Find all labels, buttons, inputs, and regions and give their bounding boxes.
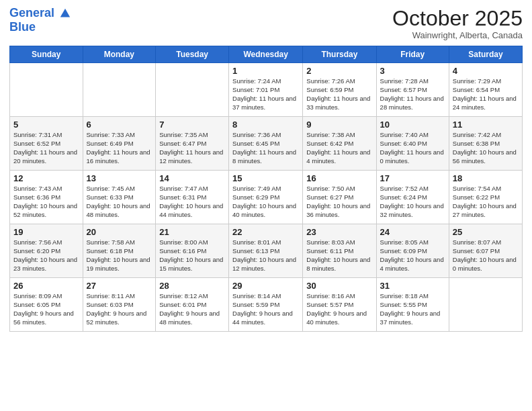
day-cell: 31Sunrise: 8:18 AM Sunset: 5:55 PM Dayli… [376,278,449,332]
day-info: Sunrise: 7:56 AM Sunset: 6:20 PM Dayligh… [13,238,79,273]
day-number: 1 [232,66,299,76]
day-cell: 2Sunrise: 7:26 AM Sunset: 6:59 PM Daylig… [303,63,376,117]
day-cell: 30Sunrise: 8:16 AM Sunset: 5:57 PM Dayli… [303,278,376,332]
month-title: October 2025 [392,7,523,30]
day-info: Sunrise: 7:38 AM Sunset: 6:42 PM Dayligh… [306,131,372,165]
day-info: Sunrise: 7:47 AM Sunset: 6:31 PM Dayligh… [159,185,225,219]
day-cell: 28Sunrise: 8:12 AM Sunset: 6:01 PM Dayli… [156,278,229,332]
day-number: 27 [87,281,152,291]
day-cell: 1Sunrise: 7:24 AM Sunset: 7:01 PM Daylig… [229,63,303,117]
weekday-header-wednesday: Wednesday [229,46,303,63]
day-info: Sunrise: 8:00 AM Sunset: 6:16 PM Dayligh… [159,238,225,273]
day-cell: 18Sunrise: 7:54 AM Sunset: 6:22 PM Dayli… [449,171,522,224]
weekday-header-row: SundayMondayTuesdayWednesdayThursdayFrid… [10,46,523,63]
day-cell: 23Sunrise: 8:03 AM Sunset: 6:11 PM Dayli… [303,224,376,278]
weekday-header-monday: Monday [83,46,156,63]
day-number: 31 [380,281,445,291]
week-row-1: 1Sunrise: 7:24 AM Sunset: 7:01 PM Daylig… [10,63,523,117]
day-cell: 10Sunrise: 7:40 AM Sunset: 6:40 PM Dayli… [376,117,449,171]
day-info: Sunrise: 7:45 AM Sunset: 6:33 PM Dayligh… [87,185,152,219]
day-number: 6 [87,120,152,130]
main-container: General Blue October 2025 Wainwright, Al… [0,0,532,336]
day-cell: 5Sunrise: 7:31 AM Sunset: 6:52 PM Daylig… [10,117,83,171]
logo-general: General [9,6,54,19]
day-number: 26 [13,281,79,291]
weekday-header-thursday: Thursday [303,46,376,63]
day-cell: 21Sunrise: 8:00 AM Sunset: 6:16 PM Dayli… [156,224,229,278]
day-cell: 4Sunrise: 7:29 AM Sunset: 6:54 PM Daylig… [449,63,522,117]
day-number: 16 [306,173,372,183]
day-number: 15 [232,173,299,183]
day-cell: 29Sunrise: 8:14 AM Sunset: 5:59 PM Dayli… [229,278,303,332]
day-cell [449,278,522,332]
day-info: Sunrise: 7:42 AM Sunset: 6:38 PM Dayligh… [453,131,519,165]
location: Wainwright, Alberta, Canada [392,30,523,40]
day-cell: 13Sunrise: 7:45 AM Sunset: 6:33 PM Dayli… [83,171,156,224]
day-number: 7 [159,120,225,130]
day-info: Sunrise: 8:01 AM Sunset: 6:13 PM Dayligh… [232,238,299,273]
logo: General Blue [9,7,71,34]
week-row-5: 26Sunrise: 8:09 AM Sunset: 6:05 PM Dayli… [10,278,523,332]
day-info: Sunrise: 7:35 AM Sunset: 6:47 PM Dayligh… [159,131,225,165]
day-info: Sunrise: 7:33 AM Sunset: 6:49 PM Dayligh… [87,131,152,165]
day-cell: 25Sunrise: 8:07 AM Sunset: 6:07 PM Dayli… [449,224,522,278]
header: General Blue October 2025 Wainwright, Al… [9,7,523,40]
day-number: 21 [159,227,225,237]
day-info: Sunrise: 7:24 AM Sunset: 7:01 PM Dayligh… [232,77,299,111]
day-number: 3 [380,66,445,76]
title-block: October 2025 Wainwright, Alberta, Canada [392,7,523,40]
day-info: Sunrise: 7:52 AM Sunset: 6:24 PM Dayligh… [380,185,445,219]
svg-marker-0 [60,9,70,17]
day-info: Sunrise: 8:14 AM Sunset: 5:59 PM Dayligh… [232,292,299,326]
day-cell: 27Sunrise: 8:11 AM Sunset: 6:03 PM Dayli… [83,278,156,332]
day-info: Sunrise: 8:16 AM Sunset: 5:57 PM Dayligh… [306,292,372,326]
day-cell: 12Sunrise: 7:43 AM Sunset: 6:36 PM Dayli… [10,171,83,224]
day-info: Sunrise: 7:58 AM Sunset: 6:18 PM Dayligh… [87,238,152,273]
weekday-header-sunday: Sunday [10,46,83,63]
day-info: Sunrise: 7:40 AM Sunset: 6:40 PM Dayligh… [380,131,445,165]
day-cell: 17Sunrise: 7:52 AM Sunset: 6:24 PM Dayli… [376,171,449,224]
weekday-header-tuesday: Tuesday [156,46,229,63]
day-info: Sunrise: 8:05 AM Sunset: 6:09 PM Dayligh… [380,238,445,273]
day-info: Sunrise: 7:49 AM Sunset: 6:29 PM Dayligh… [232,185,299,219]
day-cell: 8Sunrise: 7:36 AM Sunset: 6:45 PM Daylig… [229,117,303,171]
day-info: Sunrise: 8:11 AM Sunset: 6:03 PM Dayligh… [87,292,152,326]
day-number: 20 [87,227,152,237]
day-info: Sunrise: 8:18 AM Sunset: 5:55 PM Dayligh… [380,292,445,326]
day-cell: 20Sunrise: 7:58 AM Sunset: 6:18 PM Dayli… [83,224,156,278]
day-number: 2 [306,66,372,76]
day-number: 28 [159,281,225,291]
day-number: 17 [380,173,445,183]
day-cell: 22Sunrise: 8:01 AM Sunset: 6:13 PM Dayli… [229,224,303,278]
day-info: Sunrise: 8:07 AM Sunset: 6:07 PM Dayligh… [453,238,519,273]
day-cell [10,63,83,117]
day-number: 24 [380,227,445,237]
day-cell: 24Sunrise: 8:05 AM Sunset: 6:09 PM Dayli… [376,224,449,278]
day-number: 10 [380,120,445,130]
day-number: 12 [13,173,79,183]
weekday-header-friday: Friday [376,46,449,63]
day-number: 8 [232,120,299,130]
day-cell: 6Sunrise: 7:33 AM Sunset: 6:49 PM Daylig… [83,117,156,171]
day-number: 25 [453,227,519,237]
day-cell: 16Sunrise: 7:50 AM Sunset: 6:27 PM Dayli… [303,171,376,224]
day-number: 29 [232,281,299,291]
week-row-4: 19Sunrise: 7:56 AM Sunset: 6:20 PM Dayli… [10,224,523,278]
day-number: 18 [453,173,519,183]
day-cell: 9Sunrise: 7:38 AM Sunset: 6:42 PM Daylig… [303,117,376,171]
calendar-table: SundayMondayTuesdayWednesdayThursdayFrid… [9,46,523,332]
day-info: Sunrise: 7:54 AM Sunset: 6:22 PM Dayligh… [453,185,519,219]
day-info: Sunrise: 7:28 AM Sunset: 6:57 PM Dayligh… [380,77,445,111]
day-number: 30 [306,281,372,291]
weekday-header-saturday: Saturday [449,46,522,63]
day-number: 9 [306,120,372,130]
day-number: 23 [306,227,372,237]
logo-blue: Blue [9,20,71,34]
day-info: Sunrise: 8:03 AM Sunset: 6:11 PM Dayligh… [306,238,372,273]
day-info: Sunrise: 7:43 AM Sunset: 6:36 PM Dayligh… [13,185,79,219]
day-cell: 3Sunrise: 7:28 AM Sunset: 6:57 PM Daylig… [376,63,449,117]
day-info: Sunrise: 7:50 AM Sunset: 6:27 PM Dayligh… [306,185,372,219]
day-cell: 14Sunrise: 7:47 AM Sunset: 6:31 PM Dayli… [156,171,229,224]
day-info: Sunrise: 8:12 AM Sunset: 6:01 PM Dayligh… [159,292,225,326]
day-number: 5 [13,120,79,130]
